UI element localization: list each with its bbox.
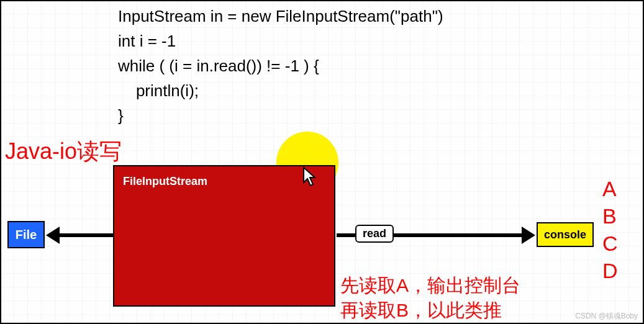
code-line: }: [118, 103, 443, 128]
read-label: read: [355, 225, 394, 243]
annotation-note: 先读取A，输出控制台 再读取B，以此类推: [340, 273, 520, 323]
code-line: println(i);: [118, 78, 443, 103]
code-line: InputStream in = new FileInputStream("pa…: [118, 4, 443, 29]
output-letter: D: [602, 257, 618, 284]
code-line: while ( (i = in.read()) != -1 ) {: [118, 53, 443, 78]
code-block: InputStream in = new FileInputStream("pa…: [118, 4, 443, 128]
cursor-icon: [302, 166, 319, 187]
output-letter: A: [602, 175, 618, 202]
console-box: console: [537, 222, 594, 247]
file-box: File: [7, 221, 45, 248]
console-label: console: [544, 228, 586, 241]
annotation-title: Java-io读写: [5, 137, 122, 167]
fileinputstream-label: FileInputStream: [114, 166, 334, 197]
output-letter: B: [602, 202, 618, 230]
output-letters: A B C D: [602, 175, 618, 284]
annotation-line: 先读取A，输出控制台: [340, 273, 520, 298]
code-line: int i = -1: [118, 29, 443, 53]
watermark: CSDN @镇魂Boby: [575, 311, 638, 322]
file-label: File: [16, 228, 37, 242]
output-letter: C: [602, 230, 618, 257]
annotation-line: 再读取B，以此类推: [340, 298, 520, 323]
arrow-left-icon: [46, 229, 113, 241]
